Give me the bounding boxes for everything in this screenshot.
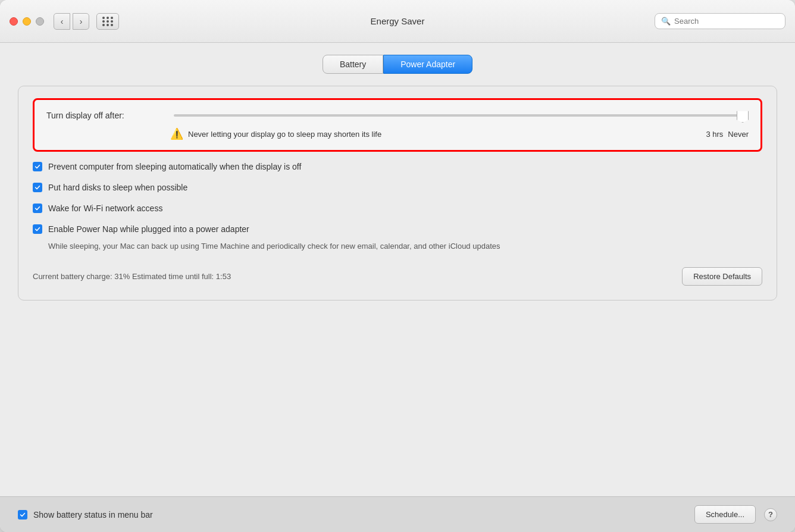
battery-info: Current battery charge: 31% Estimated ti… [33,272,231,281]
tab-power-adapter[interactable]: Power Adapter [383,55,472,74]
show-battery-label: Show battery status in menu bar [33,510,153,520]
main-window: ‹ › Energy Saver 🔍 Battery Power Adapter [0,0,795,532]
wifi-checkbox[interactable] [33,204,42,213]
settings-panel: Turn display off after: ⚠️ Never letting… [18,86,777,301]
checkbox-hard-disks: Put hard disks to sleep when possible [33,181,762,193]
prevent-sleep-label: Prevent computer from sleeping automatic… [48,162,301,171]
traffic-lights [10,17,44,26]
tab-bar: Battery Power Adapter [18,55,777,74]
forward-button[interactable]: › [73,13,89,30]
time-label: 3 hrs [706,130,723,139]
never-label: Never [728,130,749,139]
prevent-sleep-checkbox-wrapper[interactable]: Prevent computer from sleeping automatic… [33,161,301,171]
main-content: Battery Power Adapter Turn display off a… [0,43,795,496]
power-nap-checkbox[interactable] [33,224,42,234]
footer-right: Schedule... ? [694,505,777,524]
search-bar[interactable]: 🔍 [655,13,785,29]
warning-text: Never letting your display go to sleep m… [188,130,381,139]
grid-view-button[interactable] [96,13,119,30]
wifi-checkbox-wrapper[interactable]: Wake for Wi-Fi network access [33,203,162,213]
window-title: Energy Saver [371,16,425,26]
hard-disks-checkbox-wrapper[interactable]: Put hard disks to sleep when possible [33,182,187,192]
titlebar: ‹ › Energy Saver 🔍 [0,0,795,43]
display-sleep-slider[interactable] [174,114,749,117]
hard-disks-label: Put hard disks to sleep when possible [48,183,187,192]
show-battery-checkbox-wrapper[interactable]: Show battery status in menu bar [18,509,153,520]
bottom-bar: Current battery charge: 31% Estimated ti… [33,261,762,288]
hard-disks-checkbox[interactable] [33,183,42,192]
grid-icon [102,17,114,26]
close-button[interactable] [10,17,18,26]
wifi-label: Wake for Wi-Fi network access [48,204,162,213]
prevent-sleep-checkbox[interactable] [33,162,42,171]
footer: Show battery status in menu bar Schedule… [0,496,795,532]
minimize-button[interactable] [23,17,31,26]
display-sleep-section: Turn display off after: ⚠️ Never letting… [33,98,762,152]
schedule-button[interactable]: Schedule... [694,505,756,524]
forward-icon: › [80,17,83,26]
show-battery-checkbox[interactable] [18,510,27,520]
slider-row: Turn display off after: [46,109,749,121]
time-labels: 3 hrs Never [706,130,749,139]
search-input[interactable] [674,17,779,26]
tab-battery[interactable]: Battery [323,55,383,74]
slider-container [174,109,749,121]
help-button[interactable]: ? [764,508,777,521]
warning-icon: ⚠️ [170,127,183,140]
back-icon: ‹ [61,17,64,26]
power-nap-label: Enable Power Nap while plugged into a po… [48,224,249,234]
power-nap-checkbox-wrapper[interactable]: Enable Power Nap while plugged into a po… [33,224,249,234]
warning-row: ⚠️ Never letting your display go to slee… [46,127,749,140]
checkbox-power-nap: Enable Power Nap while plugged into a po… [33,223,762,253]
search-icon: 🔍 [661,17,671,26]
checkbox-prevent-sleep: Prevent computer from sleeping automatic… [33,160,762,173]
checkbox-wifi: Wake for Wi-Fi network access [33,202,762,214]
maximize-button[interactable] [36,17,44,26]
back-button[interactable]: ‹ [54,13,70,30]
restore-defaults-button[interactable]: Restore Defaults [682,267,762,286]
footer-left: Show battery status in menu bar [18,509,153,520]
nav-buttons: ‹ › [54,13,89,30]
slider-label: Turn display off after: [46,111,165,120]
power-nap-sublabel: While sleeping, your Mac can back up usi… [33,241,500,252]
